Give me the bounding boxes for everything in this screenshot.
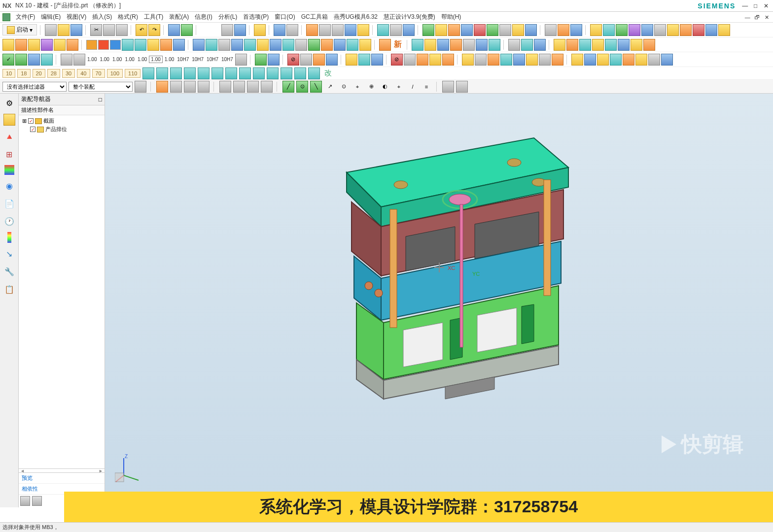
tb-btn-a4[interactable] xyxy=(234,24,246,36)
fl-6[interactable] xyxy=(219,81,231,93)
view-triad[interactable]: Z xyxy=(115,453,144,483)
tb-btn-a17[interactable] xyxy=(435,24,447,36)
tb3-30[interactable] xyxy=(571,54,583,66)
tb3-15[interactable] xyxy=(358,54,370,66)
tb2-25[interactable] xyxy=(359,39,371,51)
tb-btn-a29[interactable] xyxy=(603,24,615,36)
sz-i3[interactable] xyxy=(170,67,182,79)
snap-1[interactable]: ╱ xyxy=(282,81,294,93)
menu-file[interactable]: 文件(F) xyxy=(13,12,38,22)
tb2-8[interactable] xyxy=(135,39,146,51)
tb3-8[interactable] xyxy=(255,54,267,66)
tb2-3[interactable] xyxy=(28,39,40,51)
tb3-18[interactable] xyxy=(404,54,416,66)
tb3-36[interactable] xyxy=(648,54,660,66)
rail-2[interactable]: ⊞ xyxy=(2,147,16,161)
tb3-9[interactable] xyxy=(268,54,280,66)
menu-insert[interactable]: 插入(S) xyxy=(89,12,115,22)
sz-i8[interactable] xyxy=(239,67,251,79)
nav-btm-2[interactable] xyxy=(32,496,42,506)
mold-model[interactable]: XC YC xyxy=(278,113,583,409)
size-28[interactable]: 28 xyxy=(47,69,60,78)
tree-item-product[interactable]: ✓ 产品排位 xyxy=(20,125,103,133)
tb-btn-a28[interactable] xyxy=(590,24,602,36)
tb3-12[interactable] xyxy=(313,54,325,66)
paste-button[interactable] xyxy=(116,24,128,36)
tb3-23[interactable] xyxy=(475,54,487,66)
tb-btn-a18[interactable] xyxy=(448,24,460,36)
tb2-7[interactable] xyxy=(122,39,134,51)
tol-4[interactable]: 1.00 xyxy=(124,57,135,62)
tb2-12[interactable] xyxy=(193,39,205,51)
tb3-35[interactable] xyxy=(635,54,647,66)
nav-btm-1[interactable] xyxy=(20,496,30,506)
tol-11[interactable]: 10H7 xyxy=(220,57,234,62)
size-10[interactable]: 10 xyxy=(2,69,15,78)
sub-close-button[interactable]: ✕ xyxy=(763,14,771,21)
rail-5[interactable]: 📄 xyxy=(2,197,16,210)
menu-edit[interactable]: 编辑(E) xyxy=(38,12,64,22)
new-button[interactable] xyxy=(45,24,57,36)
tb2-16[interactable] xyxy=(244,39,256,51)
tb2-1[interactable] xyxy=(2,39,14,51)
tb3-3[interactable] xyxy=(28,54,40,66)
fl-4[interactable] xyxy=(184,81,196,93)
tb2-33[interactable] xyxy=(489,39,500,51)
color-blue[interactable] xyxy=(110,40,121,50)
tol-3[interactable]: 1.00 xyxy=(111,57,123,62)
rail-1[interactable]: 🔺 xyxy=(2,130,16,143)
tb-btn-a8[interactable] xyxy=(306,24,318,36)
tb-btn-a25[interactable] xyxy=(545,24,557,36)
tb-btn-a13[interactable] xyxy=(377,24,389,36)
tol-2[interactable]: 1.00 xyxy=(99,57,110,62)
snap-8[interactable]: ◐ xyxy=(379,81,391,93)
sz-i7[interactable] xyxy=(225,67,237,79)
undo-button[interactable]: ↶ xyxy=(136,24,147,36)
close-button[interactable]: ✕ xyxy=(762,2,771,9)
tol-5[interactable]: 1.00 xyxy=(137,57,148,62)
tb2-23[interactable] xyxy=(334,39,346,51)
tb-btn-a20[interactable] xyxy=(474,24,486,36)
copy-button[interactable] xyxy=(103,24,115,36)
tree-expand-icon[interactable]: ⊞ xyxy=(22,118,27,124)
tb-btn-a26[interactable] xyxy=(558,24,569,36)
tb3-31[interactable] xyxy=(584,54,596,66)
tb2-43[interactable] xyxy=(631,39,642,51)
tb2-5[interactable] xyxy=(54,39,66,51)
sz-i1[interactable] xyxy=(142,67,154,79)
rail-9[interactable]: 🔧 xyxy=(2,265,16,278)
fl-5[interactable] xyxy=(198,81,210,93)
tb-btn-a32[interactable] xyxy=(641,24,653,36)
menu-yanxiu[interactable]: 燕秀UG模具6.32 xyxy=(331,12,381,22)
snap-6[interactable]: + xyxy=(351,81,363,93)
tree-checkbox-1[interactable]: ✓ xyxy=(28,118,34,124)
cut-button[interactable]: ✂ xyxy=(90,24,102,36)
tb2-27[interactable] xyxy=(412,39,423,51)
tb3-37[interactable] xyxy=(661,54,673,66)
sz-i12[interactable] xyxy=(294,67,306,79)
sz-i5[interactable] xyxy=(198,67,210,79)
tb3-6[interactable] xyxy=(73,54,85,66)
rail-7[interactable] xyxy=(7,232,11,243)
tb2-2[interactable] xyxy=(15,39,27,51)
3d-viewport[interactable]: XC YC Z 快剪辑 xyxy=(105,94,773,507)
snap-9[interactable]: + xyxy=(393,81,405,93)
tb-btn-a9[interactable] xyxy=(319,24,331,36)
sub-minimize-button[interactable]: — xyxy=(743,14,751,20)
tb2-42[interactable] xyxy=(618,39,630,51)
tb2-9[interactable] xyxy=(147,39,159,51)
rail-nav[interactable] xyxy=(3,114,15,126)
tb2-14[interactable] xyxy=(218,39,230,51)
size-70[interactable]: 70 xyxy=(92,69,105,78)
snap-2[interactable]: ⊙ xyxy=(296,81,308,93)
tb-btn-a30[interactable] xyxy=(616,24,628,36)
tol-6[interactable]: 1.00 xyxy=(149,56,162,63)
tb2-40[interactable] xyxy=(592,39,604,51)
menu-tools[interactable]: 工具(T) xyxy=(141,12,166,22)
open-button[interactable] xyxy=(58,24,70,36)
tb3-20[interactable] xyxy=(429,54,441,66)
tb2-20[interactable] xyxy=(295,39,307,51)
sz-i13[interactable] xyxy=(308,67,320,79)
sz-i6[interactable] xyxy=(211,67,223,79)
fl-7[interactable] xyxy=(233,81,245,93)
